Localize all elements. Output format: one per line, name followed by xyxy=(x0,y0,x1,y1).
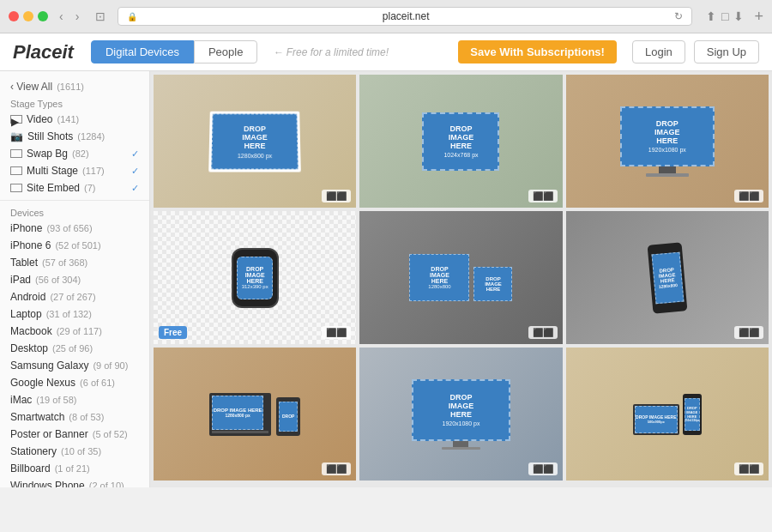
billboard-label: Billboard xyxy=(10,462,51,475)
billboard-count: (1 of 21) xyxy=(55,463,90,474)
site-icon xyxy=(10,184,22,192)
imac-count: (19 of 58) xyxy=(36,395,76,405)
iphone-count: (93 of 656) xyxy=(46,223,92,233)
sidebar-item-nexus[interactable]: Google Nexus (6 of 61) xyxy=(0,374,149,391)
grid-item-3[interactable]: DROPIMAGEHERE 1920x1080 px ⬛⬛ xyxy=(566,75,769,208)
ipad-count: (56 of 304) xyxy=(35,275,81,285)
content-area: DROPIMAGEHERE 1280x800 px ⬛⬛ DROPIMAGEHE… xyxy=(150,71,772,487)
sidebar-divider xyxy=(0,200,149,201)
free-label: ← Free for a limited time! xyxy=(273,46,389,58)
grid-item-8[interactable]: DROPIMAGEHERE 1920x1080 px ⬛⬛ xyxy=(359,348,562,481)
macbook-count: (29 of 117) xyxy=(57,326,102,336)
laptop-label: Laptop xyxy=(10,308,42,320)
sidebar-item-swap-bg[interactable]: Swap Bg (82) ✓ xyxy=(0,145,149,162)
multi-stage-count: (117) xyxy=(82,166,105,176)
poster-count: (5 of 52) xyxy=(93,429,128,439)
sidebar-item-iphone[interactable]: iPhone (93 of 656) xyxy=(0,220,149,237)
sidebar-item-android[interactable]: Android (27 of 267) xyxy=(0,288,149,305)
iphone6-label: iPhone 6 xyxy=(10,239,51,251)
maximize-button[interactable] xyxy=(38,11,48,21)
browser-actions: ⬆ □ ⬇ xyxy=(706,9,744,23)
grid-item-2[interactable]: DROPIMAGEHERE 1024x768 px ⬛⬛ xyxy=(359,75,562,208)
tab-icon: ⊡ xyxy=(90,8,111,25)
signup-button[interactable]: Sign Up xyxy=(694,40,759,63)
sidebar-item-smartwatch[interactable]: Smartwatch (8 of 53) xyxy=(0,408,149,426)
save-subscriptions-button[interactable]: Save With Subscriptions! xyxy=(458,40,617,63)
site-check: ✓ xyxy=(131,183,139,194)
sidebar-item-laptop[interactable]: Laptop (31 of 132) xyxy=(0,305,149,323)
multi-stage-label: Multi Stage xyxy=(27,165,78,177)
address-text: placeit.net xyxy=(142,10,670,22)
header-tabs: Digital Devices People xyxy=(91,40,257,63)
tab-digital-devices[interactable]: Digital Devices xyxy=(91,40,194,63)
devices-title: Devices xyxy=(0,204,149,220)
sidebar-item-desktop[interactable]: Desktop (25 of 96) xyxy=(0,340,149,357)
sidebar-item-iphone6[interactable]: iPhone 6 (52 of 501) xyxy=(0,237,149,254)
view-all-count: (1611) xyxy=(57,82,84,92)
grid-item-4[interactable]: DROPIMAGEHERE 312x390 px Free ⬛⬛ xyxy=(154,211,356,344)
share-button[interactable]: ⬆ xyxy=(706,9,716,23)
smartwatch-label: Smartwatch xyxy=(10,411,64,423)
grid-item-6[interactable]: DROPIMAGEHERE 1280x800 ⬛⬛ xyxy=(566,211,769,344)
login-button[interactable]: Login xyxy=(632,40,685,63)
ipad-label: iPad xyxy=(10,274,31,286)
view-all-label: ‹ View All xyxy=(10,81,52,93)
lock-icon: 🔒 xyxy=(127,12,137,21)
sidebar-item-billboard[interactable]: Billboard (1 of 21) xyxy=(0,460,149,477)
logo: Placeit xyxy=(13,41,74,63)
sidebar-item-samsung[interactable]: Samsung Galaxy (9 of 90) xyxy=(0,357,149,374)
video-label: Video xyxy=(27,113,52,125)
samsung-label: Samsung Galaxy xyxy=(10,360,88,372)
desktop-count: (25 of 96) xyxy=(52,343,93,354)
traffic-lights xyxy=(9,11,48,21)
browser-chrome: ‹ › ⊡ 🔒 placeit.net ↻ ⬆ □ ⬇ + xyxy=(0,0,772,33)
site-embed-label: Site Embed xyxy=(27,182,80,194)
grid-item-9[interactable]: DROP IMAGE HERE 500x900pc DROPIMAGEHERE … xyxy=(566,348,769,481)
windows-label: Windows Phone xyxy=(10,480,85,487)
multi-check: ✓ xyxy=(131,166,139,177)
close-button[interactable] xyxy=(9,11,19,21)
camera-icon: 📷 xyxy=(10,130,23,142)
sidebar-item-stationery[interactable]: Stationery (10 of 35) xyxy=(0,443,149,460)
nexus-label: Google Nexus xyxy=(10,377,75,389)
address-bar[interactable]: 🔒 placeit.net ↻ xyxy=(118,7,692,26)
laptop-count: (31 of 132) xyxy=(46,309,92,319)
sidebar-item-macbook[interactable]: Macbook (29 of 117) xyxy=(0,323,149,340)
sidebar-item-poster[interactable]: Poster or Banner (5 of 52) xyxy=(0,426,149,443)
samsung-count: (9 of 90) xyxy=(93,360,128,371)
windows-count: (2 of 10) xyxy=(89,481,124,487)
stationery-count: (10 of 35) xyxy=(61,446,101,456)
sidebar-item-imac[interactable]: iMac (19 of 58) xyxy=(0,391,149,408)
sidebar-item-site-embed[interactable]: Site Embed (7) ✓ xyxy=(0,179,149,196)
tab-people[interactable]: People xyxy=(194,40,257,63)
grid-item-5[interactable]: DROPIMAGEHERE 1280x800 DROPIMAGEHERE ⬛⬛ xyxy=(359,211,562,344)
sidebar-item-multi-stage[interactable]: Multi Stage (117) ✓ xyxy=(0,162,149,179)
still-shots-count: (1284) xyxy=(77,131,105,142)
title-bar: ‹ › ⊡ 🔒 placeit.net ↻ ⬆ □ ⬇ + xyxy=(0,0,772,33)
sidebar-item-still-shots[interactable]: 📷 Still Shots (1284) xyxy=(0,128,149,145)
sidebar-item-windows[interactable]: Windows Phone (2 of 10) xyxy=(0,477,149,487)
bookmark-button[interactable]: □ xyxy=(721,9,728,23)
new-tab-button[interactable]: + xyxy=(754,8,763,26)
minimize-button[interactable] xyxy=(23,11,33,21)
back-button[interactable]: ‹ xyxy=(55,8,68,25)
refresh-button[interactable]: ↻ xyxy=(674,10,683,22)
sidebar: ‹ View All (1611) Stage Types ▶ Video (1… xyxy=(0,71,150,487)
app-header: Placeit Digital Devices People ← Free fo… xyxy=(0,33,772,71)
sidebar-view-all[interactable]: ‹ View All (1611) xyxy=(0,78,149,95)
imac-label: iMac xyxy=(10,394,32,406)
swap-check: ✓ xyxy=(131,148,139,160)
multi-icon xyxy=(10,166,22,175)
macbook-label: Macbook xyxy=(10,325,52,337)
sidebar-item-video[interactable]: ▶ Video (141) xyxy=(0,111,149,128)
tablet-count: (57 of 368) xyxy=(42,257,87,268)
grid-item-1[interactable]: DROPIMAGEHERE 1280x800 px ⬛⬛ xyxy=(154,75,356,208)
image-grid: DROPIMAGEHERE 1280x800 px ⬛⬛ DROPIMAGEHE… xyxy=(150,71,772,484)
stage-types-title: Stage Types xyxy=(0,95,149,111)
sidebar-item-ipad[interactable]: iPad (56 of 304) xyxy=(0,271,149,288)
grid-item-7[interactable]: DROP IMAGE HERE 1280x800 px DROP ⬛⬛ xyxy=(154,348,356,481)
download-button[interactable]: ⬇ xyxy=(733,9,744,23)
sidebar-item-tablet[interactable]: Tablet (57 of 368) xyxy=(0,254,149,271)
forward-button[interactable]: › xyxy=(71,8,84,25)
tablet-label: Tablet xyxy=(10,257,38,269)
